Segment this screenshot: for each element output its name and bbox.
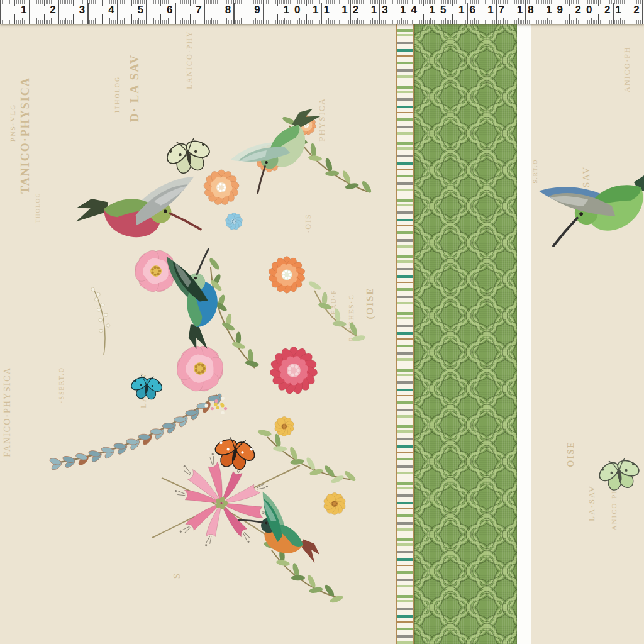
- ruler-number: 6: [469, 4, 475, 15]
- ruler-number: 9: [243, 4, 260, 15]
- ruler-number: 5: [440, 4, 446, 15]
- ruler-number: 7: [499, 4, 504, 15]
- ruler-number: 5: [126, 4, 143, 15]
- selvage-stripe: [396, 24, 414, 644]
- ruler: 12345678910111213141516171819202122: [0, 0, 644, 24]
- quatrefoil-pattern: [414, 24, 517, 644]
- ruler-number: 9: [557, 4, 563, 15]
- ruler-number: 4: [411, 4, 417, 15]
- ruler-number: 6: [155, 4, 172, 15]
- ruler-number: 2: [622, 4, 640, 15]
- green-lattice-stripe: [414, 24, 517, 644]
- ruler-number: 3: [382, 4, 387, 15]
- ruler-number: 1: [615, 4, 621, 15]
- fabric-panel-right: [531, 24, 644, 644]
- ruler-number: 2: [592, 4, 610, 15]
- ruler-number: 7: [184, 4, 202, 15]
- ruler-number: 4: [97, 4, 114, 15]
- ruler-number: 0: [294, 4, 300, 15]
- ruler-number: 1: [323, 4, 329, 15]
- ruler-number: 1: [505, 4, 523, 15]
- ruler-number: 1: [476, 4, 494, 15]
- fabric-panel-left: [0, 24, 396, 644]
- ruler-number: 3: [67, 4, 85, 15]
- ruler-number: 1: [447, 4, 464, 15]
- ruler-number: 8: [528, 4, 533, 15]
- ruler-number: 1: [359, 4, 377, 15]
- ruler-number: 0: [586, 4, 592, 15]
- ruler-number: 1: [330, 4, 348, 15]
- ruler-number: 1: [535, 4, 552, 15]
- ruler-number: 1: [389, 4, 406, 15]
- ruler-number: 1: [301, 4, 318, 15]
- ruler-number: 2: [564, 4, 581, 15]
- fabric: ITHOLOGD· LA SAVLANICO·PHYPNS·VLGTANICO·…: [0, 24, 644, 644]
- panel-gap: [517, 24, 531, 644]
- ruler-number: 1: [418, 4, 435, 15]
- ruler-number: 1: [272, 4, 289, 15]
- ruler-number: 2: [353, 4, 358, 15]
- fabric-product-photo: 12345678910111213141516171819202122 ITHO…: [0, 0, 644, 644]
- ruler-number: 1: [9, 4, 26, 15]
- ruler-number: 2: [38, 4, 56, 15]
- ruler-number: 8: [213, 4, 231, 15]
